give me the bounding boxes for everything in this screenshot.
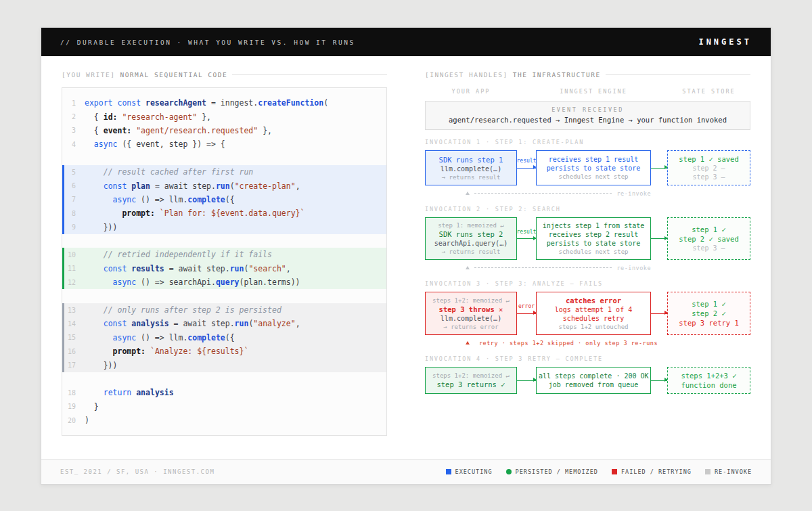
code-line: 5 // result cached after first run — [62, 165, 386, 179]
code-token: const — [104, 264, 127, 273]
code-token: "analyze" — [253, 319, 295, 328]
code-panel: [YOU WRITE] NORMAL SEQUENTIAL CODE 1expo… — [62, 71, 387, 449]
flow-arrow-line — [651, 168, 667, 169]
flow-arrow — [651, 217, 667, 260]
invocation-row: steps 1+2: memoized ↵step 3 throws ✕llm.… — [425, 292, 750, 335]
flow-arrow-label: result — [513, 158, 540, 164]
code-token: complete — [187, 333, 225, 342]
code-token: "search" — [248, 264, 286, 273]
legend: EXECUTINGPERSISTED / MEMOIZEDFAILED / RE… — [446, 468, 752, 475]
box-line: SDK runs step 2 — [428, 230, 514, 238]
code-token: run — [216, 181, 230, 191]
invocations: INVOCATION 1 · STEP 1: CREATE-PLANSDK ru… — [425, 139, 750, 394]
code-token — [85, 333, 113, 342]
code-blank-line — [62, 234, 386, 248]
box-line: steps 1+2+3 ✓ — [670, 372, 748, 380]
code-line: 16 prompt: `Analyze: ${results}` — [62, 345, 386, 358]
code-token — [155, 208, 160, 218]
loop-dashed-line — [474, 267, 612, 268]
code-blank-line — [62, 372, 386, 386]
code-token: })) — [85, 223, 117, 232]
code-token: = await step. — [169, 319, 235, 328]
left-heading-tag: [YOU WRITE] — [62, 71, 115, 79]
code-line: 20) — [62, 414, 386, 427]
code-token: , — [296, 181, 300, 191]
code-token — [85, 319, 104, 328]
line-content: prompt: `Plan for: ${event.data.query}` — [85, 208, 386, 218]
code-line: 17 })) — [62, 358, 386, 372]
code-token: run — [230, 264, 244, 273]
code-token: () => llm. — [136, 195, 187, 204]
right-heading-title: THE INFRASTRUCTURE — [513, 71, 601, 79]
box-line: step 1 ✓ — [670, 300, 748, 308]
invocation-label: INVOCATION 4 · STEP 3 RETRY — COMPLETE — [425, 355, 750, 362]
line-number: 14 — [64, 320, 85, 328]
box-line: step 1: memoized ↵ — [428, 222, 514, 229]
legend-item: RE-INVOKE — [705, 468, 752, 475]
legend-item: FAILED / RETRYING — [612, 468, 692, 475]
code-token — [85, 264, 104, 273]
box-line: function done — [670, 381, 748, 389]
line-number: 15 — [64, 334, 85, 341]
code-token: ) — [85, 416, 89, 425]
code-line: 8 prompt: `Plan for: ${event.data.query}… — [62, 206, 386, 220]
code-token: analysis — [131, 319, 168, 328]
left-panel-heading: [YOU WRITE] NORMAL SEQUENTIAL CODE — [62, 71, 387, 79]
legend-swatch-icon — [446, 469, 451, 474]
legend-label: EXECUTING — [455, 468, 493, 475]
line-number: 1 — [64, 99, 85, 107]
line-number: 11 — [64, 265, 85, 272]
code-token: "research-agent" — [122, 112, 197, 122]
box-line: schedules next step — [539, 173, 648, 180]
code-token: // only runs after step 2 is persisted — [104, 305, 281, 315]
code-line: 19 } — [62, 400, 386, 414]
line-content: async () => llm.complete({ — [85, 333, 386, 342]
code-token — [85, 347, 113, 356]
column-header-inngest-engine: INNGEST ENGINE — [536, 88, 651, 95]
box-line: all steps complete · 200 OK — [539, 372, 648, 380]
code-token — [85, 139, 94, 149]
diagram-column-headers: YOUR APP INNGEST ENGINE STATE STORE — [425, 88, 750, 95]
line-number: 17 — [64, 361, 85, 369]
line-number: 6 — [64, 182, 85, 190]
box-line: searchApi.query(…) — [428, 240, 514, 247]
line-content: // only runs after step 2 is persisted — [85, 305, 386, 315]
code-token: event: — [104, 126, 132, 135]
code-token: }, — [258, 126, 272, 135]
line-number: 18 — [64, 389, 85, 397]
code-token — [85, 250, 104, 259]
box-line: step 3 returns ✓ — [428, 380, 514, 388]
legend-swatch-icon — [612, 469, 617, 474]
code-line: 6 const plan = await step.run("create-pl… — [62, 179, 386, 192]
box-line: persists to state store — [539, 164, 648, 172]
code-token: async — [113, 277, 137, 287]
code-line: 11 const results = await step.run("searc… — [62, 262, 386, 275]
box-line: step 3 throws ✕ — [428, 305, 514, 313]
code-token: async — [113, 333, 137, 342]
box-line: step 2 ✓ saved — [670, 235, 748, 243]
state-store-box: steps 1+2+3 ✓function done — [667, 367, 750, 394]
your-app-box: SDK runs step 1llm.complete(…)→ returns … — [425, 150, 517, 185]
event-box-title: EVENT RECEIVED — [428, 106, 747, 113]
code-token — [145, 347, 150, 356]
code-token: `Analyze: ${results}` — [150, 347, 248, 356]
code-token — [85, 181, 104, 191]
your-app-box: step 1: memoized ↵SDK runs step 2searchA… — [425, 217, 517, 260]
state-store-box: step 1 ✓ savedstep 2 —step 3 — — [667, 150, 750, 185]
line-content: { event: "agent/research.requested" }, — [85, 126, 386, 135]
loop-label: re-invoke — [616, 265, 651, 271]
code-line: 9 })) — [62, 221, 386, 234]
legend-swatch-icon — [506, 469, 512, 474]
code-line: 3 { event: "agent/research.requested" }, — [62, 124, 386, 137]
line-content: // retried independently if it fails — [85, 250, 386, 259]
code-token: const — [104, 181, 127, 191]
code-token: { — [85, 112, 104, 122]
inngest-engine-box: catches errorlogs attempt 1 of 4schedule… — [536, 292, 651, 335]
loop-arrow: re-invoke — [425, 264, 651, 271]
code-token: (plan.terms)) — [240, 277, 300, 287]
line-content: })) — [85, 223, 386, 232]
inngest-engine-box: all steps complete · 200 OKjob removed f… — [536, 367, 651, 394]
flow-arrow-label: result — [513, 229, 540, 235]
line-content: // result cached after first run — [85, 167, 386, 177]
code-token: const — [104, 319, 127, 328]
